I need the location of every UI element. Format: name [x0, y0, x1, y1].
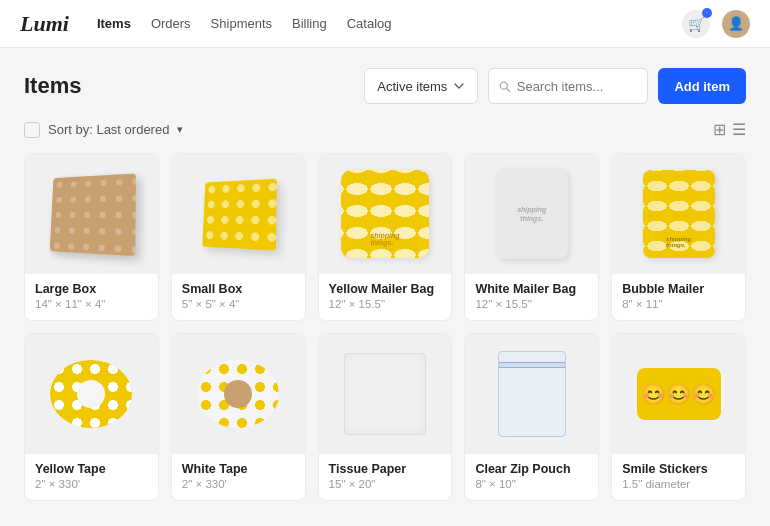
item-name: White Tape — [182, 462, 295, 476]
item-image: shippingthings. — [319, 154, 452, 274]
view-icons: ⊞ ☰ — [713, 120, 746, 139]
item-dims: 5" × 5" × 4" — [182, 298, 295, 310]
item-info: Smile Stickers 1.5" diameter — [612, 454, 745, 500]
logo: Lumi — [20, 11, 69, 37]
item-dims: 2" × 330' — [35, 478, 148, 490]
item-card[interactable]: shippingthings. Bubble Mailer 8" × 11" — [611, 153, 746, 321]
item-card[interactable]: Yellow Tape 2" × 330' — [24, 333, 159, 501]
item-name: White Mailer Bag — [475, 282, 588, 296]
item-image — [172, 334, 305, 454]
item-card[interactable]: 😊😊😊 Smile Stickers 1.5" diameter — [611, 333, 746, 501]
nav-icons: 🛒 · 👤 — [682, 10, 750, 38]
item-info: White Mailer Bag 12" × 15.5" — [465, 274, 598, 320]
chevron-down-icon — [453, 80, 465, 92]
item-card[interactable]: Small Box 5" × 5" × 4" — [171, 153, 306, 321]
items-grid: Large Box 14" × 11" × 4" Small Box 5" × … — [24, 153, 746, 501]
main-content: Items Active items Add item Sort by: Las… — [0, 48, 770, 521]
item-info: Small Box 5" × 5" × 4" — [172, 274, 305, 320]
item-dims: 12" × 15.5" — [329, 298, 442, 310]
item-dims: 14" × 11" × 4" — [35, 298, 148, 310]
nav-orders[interactable]: Orders — [151, 16, 191, 31]
item-card[interactable]: Tissue Paper 15" × 20" — [318, 333, 453, 501]
item-info: Clear Zip Pouch 8" × 10" — [465, 454, 598, 500]
add-item-button[interactable]: Add item — [658, 68, 746, 104]
item-name: Bubble Mailer — [622, 282, 735, 296]
item-image — [172, 154, 305, 274]
item-name: Yellow Tape — [35, 462, 148, 476]
search-box — [488, 68, 648, 104]
nav-billing[interactable]: Billing — [292, 16, 327, 31]
sort-arrow-icon[interactable]: ▾ — [177, 123, 183, 136]
page-title: Items — [24, 73, 354, 99]
item-dims: 1.5" diameter — [622, 478, 735, 490]
item-info: Large Box 14" × 11" × 4" — [25, 274, 158, 320]
sort-row: Sort by: Last ordered ▾ ⊞ ☰ — [24, 120, 746, 139]
item-info: Yellow Tape 2" × 330' — [25, 454, 158, 500]
item-info: White Tape 2" × 330' — [172, 454, 305, 500]
list-view-button[interactable]: ☰ — [732, 120, 746, 139]
item-dims: 8" × 11" — [622, 298, 735, 310]
item-dims: 8" × 10" — [475, 478, 588, 490]
nav-catalog[interactable]: Catalog — [347, 16, 392, 31]
cart-icon[interactable]: 🛒 · — [682, 10, 710, 38]
nav-items[interactable]: Items — [97, 16, 131, 31]
item-image — [319, 334, 452, 454]
item-info: Bubble Mailer 8" × 11" — [612, 274, 745, 320]
sort-left: Sort by: Last ordered ▾ — [24, 122, 183, 138]
search-input[interactable] — [517, 79, 638, 94]
filter-dropdown[interactable]: Active items — [364, 68, 478, 104]
item-card[interactable]: Clear Zip Pouch 8" × 10" — [464, 333, 599, 501]
nav-shipments[interactable]: Shipments — [211, 16, 272, 31]
item-name: Smile Stickers — [622, 462, 735, 476]
item-image — [25, 334, 158, 454]
avatar[interactable]: 👤 — [722, 10, 750, 38]
svg-line-1 — [507, 88, 510, 91]
item-dims: 15" × 20" — [329, 478, 442, 490]
item-image: shippingthings. — [612, 154, 745, 274]
item-dims: 12" × 15.5" — [475, 298, 588, 310]
item-image — [25, 154, 158, 274]
search-icon — [499, 80, 510, 93]
select-all-checkbox[interactable] — [24, 122, 40, 138]
item-dims: 2" × 330' — [182, 478, 295, 490]
item-image: 😊😊😊 — [612, 334, 745, 454]
navbar: Lumi Items Orders Shipments Billing Cata… — [0, 0, 770, 48]
nav-links: Items Orders Shipments Billing Catalog — [97, 16, 682, 31]
item-name: Yellow Mailer Bag — [329, 282, 442, 296]
toolbar: Items Active items Add item — [24, 68, 746, 104]
item-name: Tissue Paper — [329, 462, 442, 476]
filter-label: Active items — [377, 79, 447, 94]
item-card[interactable]: White Tape 2" × 330' — [171, 333, 306, 501]
grid-view-button[interactable]: ⊞ — [713, 120, 726, 139]
item-image — [465, 334, 598, 454]
sort-label: Sort by: Last ordered — [48, 122, 169, 137]
item-name: Large Box — [35, 282, 148, 296]
item-card[interactable]: shippingthings. White Mailer Bag 12" × 1… — [464, 153, 599, 321]
item-image: shippingthings. — [465, 154, 598, 274]
item-name: Clear Zip Pouch — [475, 462, 588, 476]
item-name: Small Box — [182, 282, 295, 296]
item-card[interactable]: Large Box 14" × 11" × 4" — [24, 153, 159, 321]
item-info: Tissue Paper 15" × 20" — [319, 454, 452, 500]
item-info: Yellow Mailer Bag 12" × 15.5" — [319, 274, 452, 320]
cart-badge: · — [702, 8, 712, 18]
item-card[interactable]: shippingthings. Yellow Mailer Bag 12" × … — [318, 153, 453, 321]
